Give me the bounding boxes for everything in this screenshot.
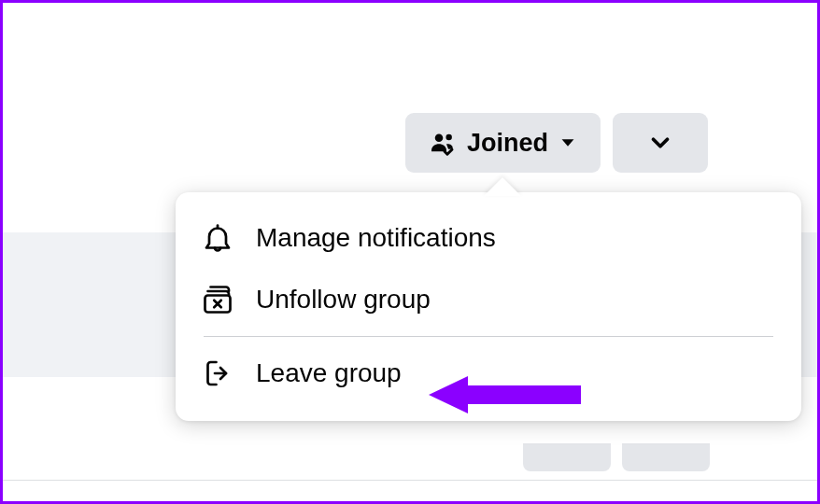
- obscured-buttons: [523, 443, 710, 471]
- obscured-button: [523, 443, 611, 471]
- svg-point-0: [435, 133, 444, 142]
- action-button-row: Joined: [405, 113, 708, 173]
- menu-item-label: Manage notifications: [256, 223, 496, 253]
- group-icon: [428, 128, 458, 158]
- menu-item-manage-notifications[interactable]: Manage notifications: [189, 207, 788, 269]
- svg-point-1: [445, 134, 451, 140]
- joined-button-label: Joined: [467, 129, 548, 158]
- unfollow-icon: [200, 282, 235, 317]
- joined-button[interactable]: Joined: [405, 113, 601, 173]
- joined-dropdown-menu: Manage notifications Unfollow group Leav…: [176, 192, 801, 421]
- chevron-down-icon: [646, 129, 674, 157]
- menu-item-label: Unfollow group: [256, 285, 431, 315]
- leave-icon: [200, 356, 235, 391]
- obscured-button: [622, 443, 710, 471]
- bottom-divider: [3, 480, 817, 481]
- more-chevron-button[interactable]: [613, 113, 708, 173]
- bell-icon: [200, 220, 235, 256]
- menu-divider: [204, 336, 773, 337]
- caret-down-icon: [558, 133, 578, 153]
- menu-item-unfollow-group[interactable]: Unfollow group: [189, 269, 788, 330]
- menu-item-leave-group[interactable]: Leave group: [189, 343, 788, 404]
- menu-item-label: Leave group: [256, 358, 402, 388]
